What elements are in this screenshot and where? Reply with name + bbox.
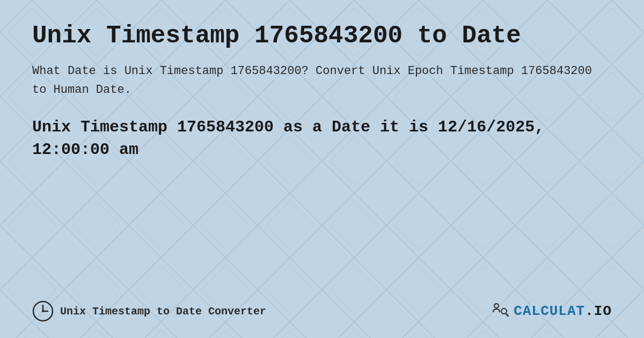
clock-icon [32, 300, 54, 322]
description-text: What Date is Unix Timestamp 1765843200? … [32, 62, 612, 99]
result-text: Unix Timestamp 1765843200 as a Date it i… [32, 116, 612, 161]
footer-left: Unix Timestamp to Date Converter [32, 300, 266, 322]
svg-line-11 [507, 314, 508, 315]
title-section: Unix Timestamp 1765843200 to Date What D… [32, 21, 612, 111]
logo-text-highlight: CALCULAT [514, 303, 585, 319]
footer: Unix Timestamp to Date Converter CALCULA… [32, 295, 612, 322]
logo-text: CALCULAT.IO [514, 303, 612, 319]
logo: CALCULAT.IO [490, 302, 612, 321]
result-section: Unix Timestamp 1765843200 as a Date it i… [32, 116, 612, 161]
svg-point-7 [42, 310, 44, 312]
content-wrapper: Unix Timestamp 1765843200 to Date What D… [0, 0, 644, 338]
logo-icon [490, 302, 509, 321]
page-title: Unix Timestamp 1765843200 to Date [32, 21, 612, 51]
svg-point-8 [494, 304, 499, 308]
footer-label: Unix Timestamp to Date Converter [60, 305, 266, 318]
svg-point-9 [501, 308, 507, 314]
